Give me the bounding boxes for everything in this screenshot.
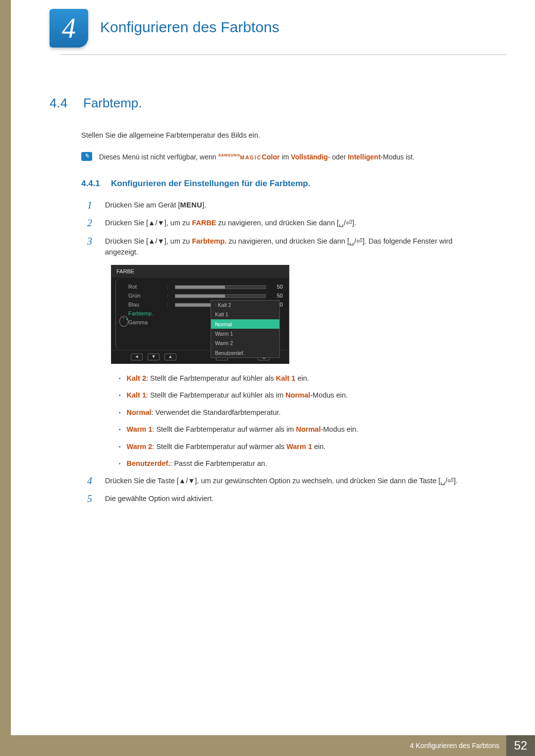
bullet-item: Benutzerdef.: Passt die Farbtemperatur a…	[119, 458, 485, 469]
step-2: 2 Drücken Sie [▲/▼], um zu FARBE zu navi…	[87, 217, 485, 228]
osd-dropdown: Kalt 2 Kalt 1 Normal Warm 1 Warm 2 Benut…	[211, 300, 280, 358]
footer-page-number: 52	[506, 735, 535, 756]
section-heading: 4.4 Farbtemp.	[50, 93, 485, 113]
step-number: 3	[87, 236, 96, 247]
nav-left-icon: ◄	[131, 353, 143, 360]
osd-option-selected: Normal	[211, 319, 279, 329]
steps-list-continued: 4 Drücken Sie die Taste [▲/▼], um zur ge…	[87, 475, 485, 504]
osd-screenshot: FARBE Rot: 50 Grün: 50	[111, 265, 485, 364]
bullet-item: Normal: Verwendet die Standardfarbtemper…	[119, 407, 485, 418]
osd-row-gruen: Grün: 50	[128, 292, 283, 301]
chapter-number: 4	[62, 12, 76, 44]
section-intro: Stellen Sie die allgemeine Farbtemperatu…	[81, 130, 485, 141]
step-body: Drücken Sie die Taste [▲/▼], um zur gewü…	[105, 475, 485, 486]
step-5: 5 Die gewählte Option wird aktiviert.	[87, 493, 485, 504]
step-number: 2	[87, 217, 96, 228]
bullet-item: Warm 1: Stellt die Farbtemperatur auf wä…	[119, 424, 485, 435]
step-3: 3 Drücken Sie [▲/▼], um zu Farbtemp. zu …	[87, 236, 485, 258]
note-text: Dieses Menü ist nicht verfügbar, wenn SA…	[99, 152, 485, 163]
chapter-title: Konfigurieren des Farbtons	[100, 19, 279, 36]
step-body: Drücken Sie [▲/▼], um zu Farbtemp. zu na…	[105, 236, 485, 258]
osd-slider	[175, 285, 266, 289]
osd-row-rot: Rot: 50	[128, 283, 283, 292]
page-header: 4 Konfigurieren des Farbtons	[11, 0, 535, 9]
osd-option: Kalt 2	[211, 301, 279, 310]
subsection-title: Konfigurieren der Einstellungen für die …	[111, 179, 310, 188]
subsection-heading: 4.4.1 Konfigurieren der Einstellungen fü…	[81, 177, 485, 190]
section-title: Farbtemp.	[83, 96, 142, 110]
osd-option: Benutzerdef.	[211, 348, 279, 357]
bullet-item: Kalt 2: Stellt die Farbtemperatur auf kü…	[119, 373, 485, 384]
section-number: 4.4	[50, 93, 81, 113]
osd-option: Warm 2	[211, 339, 279, 348]
step-body: Drücken Sie [▲/▼], um zu FARBE zu navigi…	[105, 217, 485, 228]
footer-chapter-label: 4 Konfigurieren des Farbtons	[410, 742, 499, 750]
osd-arc-decoration	[115, 279, 119, 349]
step-1: 1 Drücken Sie am Gerät [MENU].	[87, 200, 485, 210]
bullet-item: Warm 2: Stellt die Farbtemperatur auf wä…	[119, 441, 485, 452]
step-body: Drücken Sie am Gerät [MENU].	[105, 200, 485, 210]
chapter-number-badge: 4	[50, 9, 88, 48]
step-number: 5	[87, 493, 96, 504]
nav-down-icon: ▼	[148, 353, 160, 360]
step-4: 4 Drücken Sie die Taste [▲/▼], um zur ge…	[87, 475, 485, 486]
step-body: Die gewählte Option wird aktiviert.	[105, 493, 485, 504]
nav-up-icon: ▲	[164, 353, 176, 360]
osd-slider	[175, 294, 266, 298]
step-number: 1	[87, 200, 96, 210]
subsection-number: 4.4.1	[81, 177, 109, 190]
note-icon: ✎	[81, 152, 92, 161]
osd-option: Kalt 1	[211, 310, 279, 319]
osd-option: Warm 1	[211, 329, 279, 338]
osd-title: FARBE	[111, 265, 289, 278]
palette-icon	[119, 316, 128, 327]
note-callout: ✎ Dieses Menü ist nicht verfügbar, wenn …	[81, 152, 485, 163]
bullet-item: Kalt 1: Stellt die Farbtemperatur auf kü…	[119, 390, 485, 401]
header-divider	[60, 54, 506, 55]
page-content: 4.4 Farbtemp. Stellen Sie die allgemeine…	[50, 93, 485, 511]
step-number: 4	[87, 475, 96, 486]
sidebar-stripe	[0, 0, 11, 756]
option-descriptions: Kalt 2: Stellt die Farbtemperatur auf kü…	[119, 373, 485, 469]
steps-list: 1 Drücken Sie am Gerät [MENU]. 2 Drücken…	[87, 200, 485, 258]
osd-panel: FARBE Rot: 50 Grün: 50	[111, 265, 289, 364]
page-footer: 4 Konfigurieren des Farbtons 52	[11, 735, 535, 756]
